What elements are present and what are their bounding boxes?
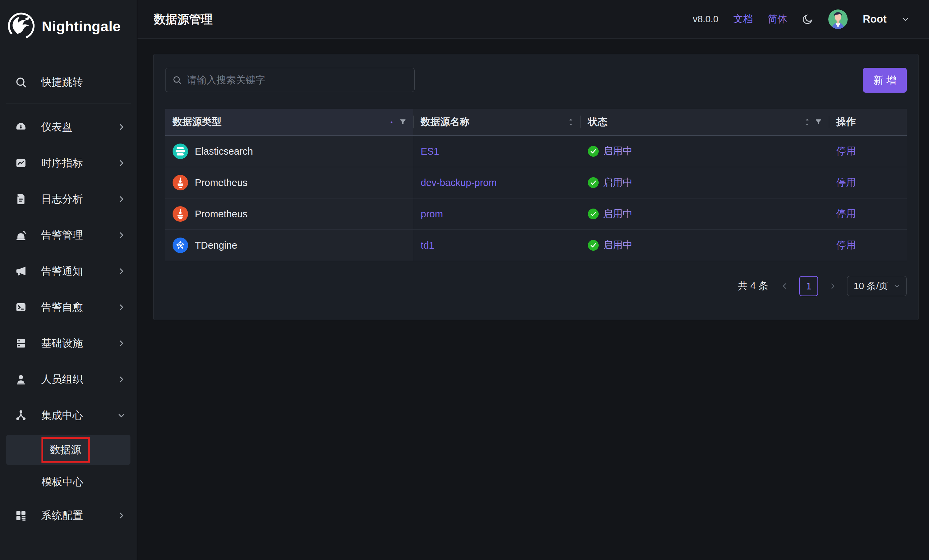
sidebar-item-people[interactable]: 人员组织 bbox=[0, 361, 137, 397]
sidebar-item-notify[interactable]: 告警通知 bbox=[0, 253, 137, 289]
datasource-name-link[interactable]: td1 bbox=[421, 240, 434, 251]
datasource-name-link[interactable]: dev-backup-prom bbox=[421, 177, 497, 188]
prometheus-icon bbox=[173, 175, 188, 190]
prev-page-icon[interactable] bbox=[780, 282, 789, 291]
sidebar-item-label: 模板中心 bbox=[41, 475, 83, 489]
docs-link[interactable]: 文档 bbox=[733, 12, 753, 26]
datasource-name-cell: prom bbox=[413, 199, 581, 230]
status-badge: 启用中 bbox=[603, 145, 632, 158]
disable-link[interactable]: 停用 bbox=[836, 176, 856, 189]
sidebar-item-metrics[interactable]: 时序指标 bbox=[0, 145, 137, 181]
sidebar-item-self-heal[interactable]: 告警自愈 bbox=[0, 289, 137, 325]
action-cell: 停用 bbox=[829, 167, 907, 199]
table-row: Prometheusprom启用中停用 bbox=[165, 199, 907, 230]
column-label: 操作 bbox=[836, 115, 856, 129]
person-icon bbox=[15, 373, 28, 386]
version-label: v8.0.0 bbox=[693, 14, 718, 24]
datasource-type-label: TDengine bbox=[195, 240, 237, 251]
sidebar-item-label: 人员组织 bbox=[41, 372, 83, 387]
datasource-name-link[interactable]: prom bbox=[421, 208, 443, 220]
chevron-right-icon bbox=[117, 231, 126, 239]
sort-ascending-icon[interactable] bbox=[389, 120, 394, 124]
page-number[interactable]: 1 bbox=[799, 276, 818, 296]
sidebar-item-infra[interactable]: 基础设施 bbox=[0, 325, 137, 361]
datasource-type-cell: TDengine bbox=[165, 230, 413, 261]
column-header-3[interactable]: 状态 bbox=[581, 109, 829, 135]
filter-funnel-icon[interactable] bbox=[399, 118, 406, 126]
next-page-icon[interactable] bbox=[828, 282, 837, 291]
status-badge: 启用中 bbox=[603, 239, 632, 252]
datasource-type-cell: Elasticsearch bbox=[165, 136, 413, 167]
sidebar-item-label: 告警管理 bbox=[41, 228, 83, 242]
disable-link[interactable]: 停用 bbox=[836, 145, 856, 158]
page-size-select[interactable]: 10 条/页 bbox=[847, 276, 907, 296]
pagination-total: 共 4 条 bbox=[738, 279, 768, 293]
sidebar-item-label: 日志分析 bbox=[41, 192, 83, 206]
chevron-right-icon bbox=[117, 123, 126, 131]
chevron-right-icon bbox=[117, 267, 126, 275]
chevron-down-icon[interactable] bbox=[901, 15, 909, 23]
status-cell: 启用中 bbox=[581, 230, 829, 261]
sidebar-nav: 仪表盘时序指标日志分析告警管理告警通知告警自愈基础设施人员组织集成中心数据源模板… bbox=[0, 103, 137, 532]
column-header-1[interactable]: 数据源类型 bbox=[165, 109, 413, 135]
tdengine-icon bbox=[173, 237, 188, 253]
table-row: ElasticsearchES1启用中停用 bbox=[165, 136, 907, 167]
molecule-icon bbox=[15, 409, 28, 422]
sidebar-item-label: 系统配置 bbox=[41, 508, 83, 523]
status-badge: 启用中 bbox=[603, 207, 632, 221]
document-icon bbox=[15, 193, 28, 205]
table-row: TDenginetd1启用中停用 bbox=[165, 230, 907, 261]
siren-icon bbox=[15, 229, 28, 242]
sorter-icon[interactable] bbox=[804, 117, 810, 127]
chevron-right-icon bbox=[117, 339, 126, 347]
filter-funnel-icon[interactable] bbox=[815, 118, 822, 126]
grid-icon bbox=[15, 509, 28, 522]
sidebar-item-datasource[interactable]: 数据源 bbox=[6, 435, 130, 465]
topbar-right: v8.0.0 文档 简体 Root bbox=[693, 9, 909, 29]
search-input[interactable] bbox=[186, 74, 408, 86]
sidebar-item-logs[interactable]: 日志分析 bbox=[0, 181, 137, 217]
check-circle-icon bbox=[588, 146, 599, 157]
sidebar-item-label: 时序指标 bbox=[41, 156, 83, 170]
column-header-2[interactable]: 数据源名称 bbox=[413, 109, 581, 135]
datasource-type-label: Elasticsearch bbox=[195, 146, 253, 157]
gauge-icon bbox=[15, 121, 28, 133]
chevron-right-icon bbox=[117, 159, 126, 167]
check-circle-icon bbox=[588, 208, 599, 219]
datasource-card: 新 增 数据源类型数据源名称状态操作 ElasticsearchES1启用中停用… bbox=[153, 54, 918, 320]
check-circle-icon bbox=[588, 177, 599, 188]
sorter-icon[interactable] bbox=[568, 117, 574, 127]
main-area: 数据源管理 v8.0.0 文档 简体 Root bbox=[138, 0, 929, 560]
action-cell: 停用 bbox=[829, 136, 907, 167]
sidebar-item-label: 告警通知 bbox=[41, 264, 83, 278]
column-label: 数据源名称 bbox=[421, 115, 469, 129]
app-logo[interactable]: Nightingale bbox=[0, 0, 137, 44]
disable-link[interactable]: 停用 bbox=[836, 207, 856, 221]
sidebar-item-sysconfig[interactable]: 系统配置 bbox=[0, 499, 137, 532]
add-button[interactable]: 新 增 bbox=[863, 68, 907, 93]
chevron-down-icon bbox=[894, 283, 900, 289]
sidebar-item-dashboard[interactable]: 仪表盘 bbox=[0, 109, 137, 145]
user-avatar[interactable] bbox=[828, 9, 848, 29]
app-title: Nightingale bbox=[42, 18, 121, 35]
datasource-name-cell: ES1 bbox=[413, 136, 581, 167]
username[interactable]: Root bbox=[863, 13, 886, 25]
datasource-type-cell: Prometheus bbox=[165, 167, 413, 199]
chevron-right-icon bbox=[117, 511, 126, 520]
column-header-4: 操作 bbox=[829, 109, 907, 135]
search-box[interactable] bbox=[165, 68, 415, 92]
sidebar: Nightingale 快捷跳转 仪表盘时序指标日志分析告警管理告警通知告警自愈… bbox=[0, 0, 137, 560]
top-bar: 数据源管理 v8.0.0 文档 简体 Root bbox=[138, 0, 929, 39]
disable-link[interactable]: 停用 bbox=[836, 239, 856, 252]
check-circle-icon bbox=[588, 240, 599, 251]
sidebar-item-integration[interactable]: 集成中心 bbox=[0, 397, 137, 433]
sidebar-item-quick-jump[interactable]: 快捷跳转 bbox=[0, 67, 137, 97]
sidebar-item-alerts[interactable]: 告警管理 bbox=[0, 217, 137, 253]
chevron-down-icon bbox=[117, 412, 126, 419]
datasource-name-cell: dev-backup-prom bbox=[413, 167, 581, 199]
dark-mode-moon-icon[interactable] bbox=[802, 14, 813, 25]
sidebar-item-template-center[interactable]: 模板中心 bbox=[6, 465, 130, 499]
datasource-name-link[interactable]: ES1 bbox=[421, 146, 439, 157]
language-toggle[interactable]: 简体 bbox=[768, 12, 787, 26]
table-body: ElasticsearchES1启用中停用Prometheusdev-backu… bbox=[165, 136, 907, 261]
